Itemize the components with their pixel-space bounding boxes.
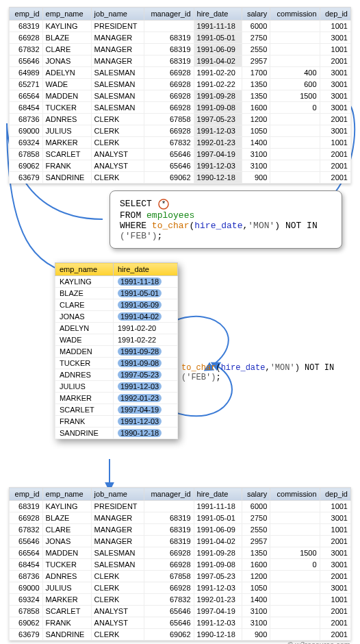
table-row: 68736ADNRESCLERK678581997-05-2312002001 xyxy=(10,571,351,582)
cell-emp_name: BLAZE xyxy=(42,32,91,44)
cell-emp_id: 67832 xyxy=(10,44,43,55)
table-row: ADNRES1997-05-23 xyxy=(55,369,178,381)
cell-emp_id: 65646 xyxy=(10,55,43,67)
cell-salary: 900 xyxy=(242,629,270,641)
cell-salary: 3100 xyxy=(242,160,270,172)
cell-salary: 3100 xyxy=(242,617,270,629)
cell-emp_name: KAYLING xyxy=(42,21,91,32)
sql-val: ('FEB') xyxy=(120,231,157,241)
cell-salary: 1600 xyxy=(242,102,270,114)
cell-emp_id: 68454 xyxy=(10,559,43,571)
table-row: KAYLING1991-11-18 xyxy=(55,276,178,288)
cell-hire_date: 1991-02-20 xyxy=(194,67,242,79)
cell-salary: 1700 xyxy=(242,67,270,79)
table-row: 63679SANDRINECLERK690621990-12-189002001 xyxy=(10,629,351,641)
cell-hire_date: 1992-01-23 xyxy=(194,137,242,149)
cell-job_name: CLERK xyxy=(91,629,144,641)
col-job_name: job_name xyxy=(91,8,144,21)
cell-commission xyxy=(270,149,320,160)
col-salary: salary xyxy=(242,8,270,21)
cell-hire_date: 1991-04-02 xyxy=(194,55,242,67)
table-row: FRANK1991-12-03 xyxy=(55,416,178,428)
cell-commission xyxy=(270,512,320,524)
cell-emp_id: 68319 xyxy=(10,501,43,512)
cell-emp_id: 67858 xyxy=(10,149,43,160)
cell-dep_id: 2001 xyxy=(320,617,350,629)
col-hire_date: hire_date xyxy=(113,263,177,276)
table-row: CLARE1991-06-09 xyxy=(55,299,178,311)
cell-salary: 2550 xyxy=(242,524,270,536)
cell-job_name: CLERK xyxy=(91,571,144,582)
table-row: 67832CLAREMANAGER683191991-06-0925501001 xyxy=(10,524,351,536)
cell-hire_date: 1991-02-20 xyxy=(113,323,177,334)
cell-commission xyxy=(270,524,320,536)
cell-emp_name: MADDEN xyxy=(42,547,91,559)
cell-dep_id: 1001 xyxy=(320,594,350,606)
cell-dep_id: 1001 xyxy=(320,524,350,536)
expr-val: ('FEB') xyxy=(181,373,216,382)
table-row: 63679SANDRINECLERK690621990-12-189002001 xyxy=(10,172,351,184)
cell-hire_date: 1991-12-03 xyxy=(194,160,242,172)
table-row: 69000JULIUSCLERK669281991-12-0310503001 xyxy=(10,582,351,594)
cell-salary: 6000 xyxy=(242,501,270,512)
cell-commission xyxy=(270,44,320,55)
table-row: 68736ADNRESCLERK678581997-05-2312002001 xyxy=(10,114,351,125)
cell-commission xyxy=(270,160,320,172)
cell-dep_id: 2001 xyxy=(320,149,350,160)
cell-job_name: PRESIDENT xyxy=(91,501,144,512)
cell-emp_id: 63679 xyxy=(10,172,43,184)
col-salary: salary xyxy=(242,488,270,501)
cell-dep_id: 1001 xyxy=(320,44,350,55)
cell-hire_date: 1991-11-18 xyxy=(194,501,242,512)
sql-select: SELECT xyxy=(120,199,152,209)
cell-hire_date: 1991-05-01 xyxy=(194,32,242,44)
table-row: 69000JULIUSCLERK669281991-12-0310503001 xyxy=(10,125,351,137)
col-emp_id: emp_id xyxy=(10,8,43,21)
table-row: 66928BLAZEMANAGER683191991-05-0127503001 xyxy=(10,512,351,524)
cell-emp_name: SANDRINE xyxy=(42,629,91,641)
cell-job_name: SALESMAN xyxy=(91,90,144,102)
expr-fn: to_char xyxy=(181,363,216,373)
cell-emp_name: SANDRINE xyxy=(42,172,91,184)
table-row: 68319KAYLINGPRESIDENT1991-11-1860001001 xyxy=(10,21,351,32)
cell-emp_name: SCARLET xyxy=(42,606,91,617)
cell-hire_date: 1990-12-18 xyxy=(194,629,242,641)
cell-manager_id: 65646 xyxy=(144,617,194,629)
cell-emp_name: FRANK xyxy=(42,160,91,172)
sql-fmt: 'MON' xyxy=(248,221,274,231)
cell-emp_name: KAYLING xyxy=(42,501,91,512)
sql-query-box: SELECT * FROM employees WHERE to_char(hi… xyxy=(110,190,342,249)
cell-dep_id: 3001 xyxy=(320,125,350,137)
cell-emp_name: JULIUS xyxy=(42,125,91,137)
col-manager_id: manager_id xyxy=(144,488,194,501)
result-table: emp_idemp_namejob_namemanager_idhire_dat… xyxy=(9,487,351,641)
cell-emp_id: 68319 xyxy=(10,21,43,32)
cell-job_name: PRESIDENT xyxy=(91,21,144,32)
table-row: JULIUS1991-12-03 xyxy=(55,381,178,393)
cell-hire_date: 1991-12-03 xyxy=(194,582,242,594)
cell-dep_id: 3001 xyxy=(320,102,350,114)
table-row: 65646JONASMANAGER683191991-04-0229572001 xyxy=(10,55,351,67)
cell-manager_id: 67832 xyxy=(144,594,194,606)
cell-hire_date: 1991-12-03 xyxy=(194,125,242,137)
table-row: 64989ADELYNSALESMAN669281991-02-20170040… xyxy=(10,67,351,79)
cell-hire_date: 1991-05-01 xyxy=(194,512,242,524)
cell-dep_id: 2001 xyxy=(320,629,350,641)
cell-emp_name: ADELYN xyxy=(55,323,114,334)
table-row: 68454TUCKERSALESMAN669281991-09-08160003… xyxy=(10,559,351,571)
cell-job_name: ANALYST xyxy=(91,606,144,617)
cell-commission xyxy=(270,501,320,512)
cell-emp_id: 67832 xyxy=(10,524,43,536)
cell-emp_id: 69000 xyxy=(10,125,43,137)
cell-salary: 2957 xyxy=(242,55,270,67)
cell-salary: 3100 xyxy=(242,149,270,160)
cell-commission xyxy=(270,536,320,547)
cell-job_name: SALESMAN xyxy=(91,547,144,559)
cell-hire_date: 1990-12-18 xyxy=(194,172,242,184)
cell-commission xyxy=(270,125,320,137)
cell-emp_name: TUCKER xyxy=(55,358,114,369)
table-row: MARKER1992-01-23 xyxy=(55,393,178,404)
cell-salary: 6000 xyxy=(242,21,270,32)
cell-emp_name: FRANK xyxy=(55,416,114,428)
cell-salary: 1400 xyxy=(242,137,270,149)
